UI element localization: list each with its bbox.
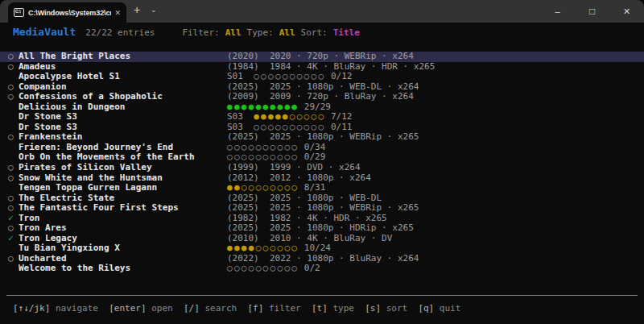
- terminal-content: MediaVault 22/22 entries Filter:AllType:…: [0, 23, 644, 314]
- list-item[interactable]: Welcome to the Rileys○○○○○○○○○○ 0/2: [0, 264, 644, 274]
- item-meta: (2025) 2025 · 1080p · HDRip · x265: [227, 223, 414, 234]
- movie-icon: ○: [8, 254, 19, 264]
- new-tab-button[interactable]: +: [134, 4, 140, 15]
- list-item[interactable]: ○The Fantastic Four First Steps(2025) 20…: [0, 203, 644, 214]
- movie-icon: ○: [8, 62, 19, 73]
- hint-label: open: [147, 303, 184, 314]
- item-title: Dr Stone S3: [19, 112, 227, 123]
- cmd-icon: C:\: [14, 8, 24, 17]
- movie-icon: ○: [8, 173, 19, 184]
- item-title: Pirates of Silicon Valley: [19, 163, 227, 173]
- episode-count: 0/11: [325, 122, 352, 132]
- movie-icon: ○: [8, 92, 19, 102]
- episode-count: 0/34: [299, 142, 325, 152]
- terminal-window: C:\ C:\Windows\System32\cmd.e ✕ + ⌄ – □ …: [0, 0, 644, 324]
- no-icon: [8, 183, 19, 193]
- item-title: Amadeus: [19, 62, 227, 73]
- terminal-tab[interactable]: C:\ C:\Windows\System32\cmd.e ✕: [8, 2, 126, 23]
- item-title: Orb On the Movements of the Earth: [19, 152, 227, 163]
- hint-key: [s]: [365, 303, 381, 314]
- item-title: Dr Stone S3: [19, 123, 227, 133]
- progress-dots: ●●●●○○○○○○: [227, 243, 299, 253]
- filter-value: All: [225, 27, 242, 38]
- season-label: S03: [227, 111, 254, 122]
- item-title: Delicious in Dungeon: [19, 102, 227, 113]
- tab-title: C:\Windows\System32\cmd.e: [28, 9, 111, 17]
- list-item[interactable]: ○Pirates of Silicon Valley(1999) 1999 · …: [0, 163, 644, 173]
- progress-dots: ○○○○○○○○○○: [254, 122, 325, 132]
- cmd-icon-text: C:\: [14, 9, 21, 14]
- watched-icon: ✓: [8, 234, 19, 244]
- movie-icon: ○: [8, 223, 19, 234]
- item-title: The Fantastic Four First Steps: [19, 203, 227, 214]
- hint-key: [q]: [418, 303, 434, 314]
- list-item[interactable]: ○Uncharted(2022) 2022 · 1080p · BluRay ·…: [0, 254, 644, 264]
- list-item[interactable]: ○All The Bright Places(2020) 2020 · 720p…: [0, 52, 644, 62]
- sort-value: Title: [333, 27, 360, 38]
- no-icon: [8, 102, 19, 113]
- hint-label: sort: [381, 303, 418, 314]
- item-meta: (2020) 2020 · 720p · WEBRip · x264: [227, 52, 414, 62]
- footer-separator: [6, 295, 638, 296]
- maximize-button[interactable]: □: [575, 0, 609, 23]
- episode-count: 0/29: [299, 152, 325, 162]
- minimize-button[interactable]: –: [540, 0, 575, 23]
- item-meta: ●●○○○○○○○○ 8/31: [227, 183, 325, 193]
- progress-dots: ○○○○○○○○○○: [254, 71, 325, 81]
- list-item[interactable]: Tengen Toppa Gurren Lagann●●○○○○○○○○ 8/3…: [0, 183, 644, 193]
- episode-count: 0/2: [299, 263, 320, 273]
- episode-count: 8/31: [299, 182, 325, 193]
- item-title: Frieren: Beyond Journey's End: [19, 143, 227, 153]
- close-button[interactable]: ✕: [609, 0, 644, 23]
- filter-status: Filter:AllType:AllSort:Title: [182, 27, 359, 38]
- item-meta: (2025) 2025 · 1080p · WEBRip · x265: [227, 203, 419, 214]
- hint-key: [enter]: [109, 303, 146, 314]
- filter-label: Filter:: [182, 27, 219, 38]
- episode-count: 7/12: [325, 111, 352, 122]
- item-title: Tengen Toppa Gurren Lagann: [19, 183, 227, 193]
- item-title: Tron Legacy: [19, 234, 227, 244]
- episode-count: 0/12: [325, 71, 352, 81]
- movie-icon: ○: [8, 52, 19, 62]
- item-title: All The Bright Places: [19, 52, 227, 62]
- hint-label: search: [200, 303, 248, 314]
- hint-key: [↑↓/jk]: [13, 303, 50, 314]
- item-title: Uncharted: [19, 254, 227, 264]
- season-label: S03: [227, 122, 254, 132]
- list-item[interactable]: ○Tron Ares(2025) 2025 · 1080p · HDRip · …: [0, 223, 644, 234]
- tab-dropdown-icon[interactable]: ⌄: [151, 6, 157, 14]
- hint-label: quit: [434, 303, 460, 314]
- progress-dots: ○○○○○○○○○○: [227, 263, 299, 273]
- item-meta: (1999) 1999 · DVD · x264: [227, 163, 361, 173]
- progress-dots: ○○○○○○○○○○: [227, 142, 299, 152]
- no-icon: [8, 264, 19, 274]
- sort-label: Sort:: [301, 27, 328, 38]
- movie-icon: ○: [8, 203, 19, 214]
- hint-label: type: [328, 303, 365, 314]
- media-list: ○All The Bright Places(2020) 2020 · 720p…: [0, 52, 644, 274]
- window-controls: – □ ✕: [540, 0, 644, 23]
- progress-dots: ○○○○○○○○○○: [227, 152, 299, 162]
- tab-close-icon[interactable]: ✕: [114, 9, 121, 17]
- episode-count: 10/24: [299, 243, 331, 253]
- entries-count: 22/22 entries: [85, 27, 155, 38]
- item-title: Companion: [19, 82, 227, 93]
- item-title: The Electric State: [19, 193, 227, 204]
- season-label: S01: [227, 71, 254, 81]
- episode-count: 29/29: [299, 102, 331, 112]
- hint-label: filter: [263, 303, 312, 314]
- item-meta: ○○○○○○○○○○ 0/2: [227, 264, 320, 274]
- hint-key: [/]: [184, 303, 200, 314]
- app-header: MediaVault 22/22 entries Filter:AllType:…: [0, 27, 644, 37]
- item-title: Welcome to the Rileys: [19, 264, 227, 274]
- list-item[interactable]: Apocalypse Hotel S1S01 ○○○○○○○○○○ 0/12: [0, 72, 644, 82]
- app-title: MediaVault: [13, 27, 76, 37]
- hint-key: [t]: [312, 303, 328, 314]
- type-value: All: [279, 27, 295, 38]
- item-title: Frankenstein: [19, 132, 227, 143]
- item-title: Confessions of a Shopaholic: [19, 92, 227, 102]
- no-icon: [8, 72, 19, 82]
- hint-label: navigate: [50, 303, 109, 314]
- item-title: Tron Ares: [19, 223, 227, 234]
- movie-icon: ○: [8, 163, 19, 173]
